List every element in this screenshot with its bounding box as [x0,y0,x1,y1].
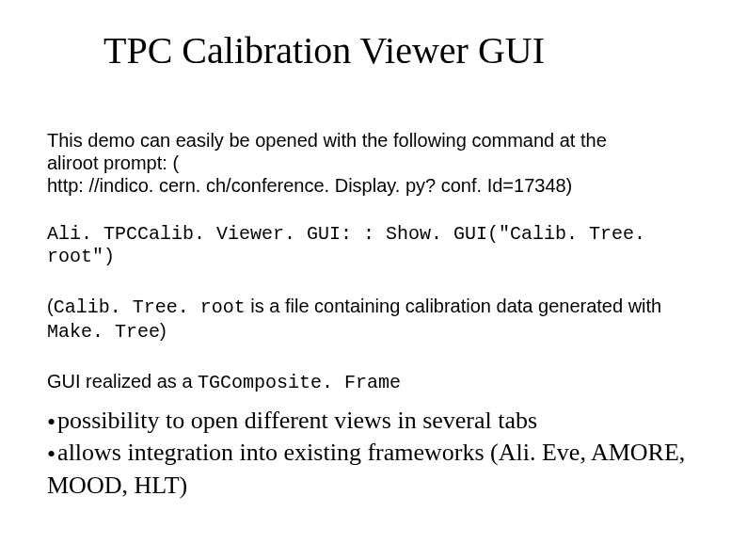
note-mid: is a file containing calibration data ge… [246,296,662,316]
page-title: TPC Calibration Viewer GUI [103,28,700,72]
bullet-text: possibility to open different views in s… [57,407,537,434]
bullet-item: •allows integration into existing framew… [47,438,700,501]
intro-line-1: This demo can easily be opened with the … [47,130,607,151]
intro-paragraph: This demo can easily be opened with the … [47,129,700,197]
slide-container: TPC Calibration Viewer GUI This demo can… [0,0,747,520]
bullet-dot-icon: • [47,408,56,439]
bullet-list: •possibility to open different views in … [47,406,700,501]
note-paragraph: (Calib. Tree. root is a file containing … [47,295,700,344]
note-maketree: Make. Tree [47,321,160,343]
gui-realized-line: GUI realized as a TGComposite. Frame [47,370,700,394]
note-suffix: ) [160,320,167,341]
intro-line-3: http: //indico. cern. ch/conference. Dis… [47,175,572,196]
gui-prefix: GUI realized as a [47,371,198,392]
bullet-dot-icon: • [47,440,56,471]
intro-line-2: aliroot prompt: ( [47,152,179,173]
command-line: Ali. TPCCalib. Viewer. GUI: : Show. GUI(… [47,223,700,268]
bullet-item: •possibility to open different views in … [47,406,700,438]
bullet-text: allows integration into existing framewo… [47,439,685,498]
note-filename: Calib. Tree. root [54,296,246,318]
gui-classname: TGComposite. Frame [198,372,401,393]
note-prefix: ( [47,296,54,316]
